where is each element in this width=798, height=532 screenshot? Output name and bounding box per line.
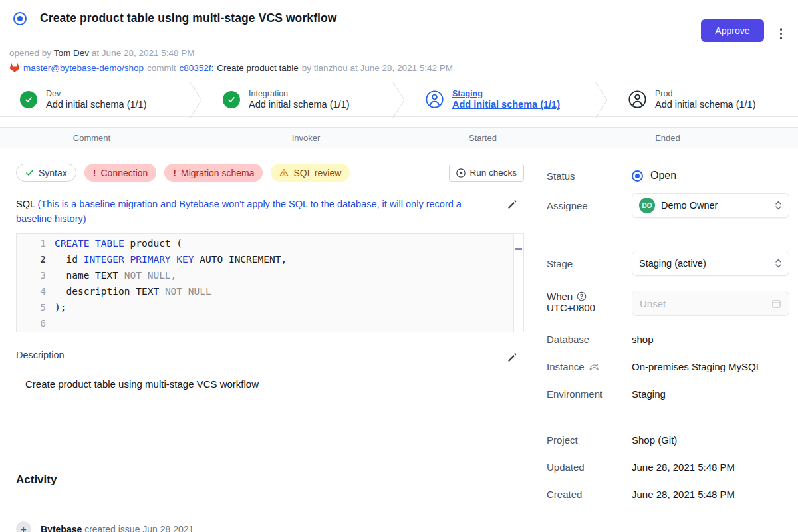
code-line: 6 bbox=[17, 315, 523, 331]
stage-name: Prod bbox=[655, 89, 756, 98]
stage-name: Integration bbox=[249, 89, 350, 98]
opened-by-line: opened by Tom Dev at June 28, 2021 5:48 … bbox=[9, 48, 787, 58]
line-number: 2 bbox=[17, 251, 46, 267]
gitlab-icon bbox=[9, 63, 20, 73]
stage-dev[interactable]: Dev Add initial schema (1/1) bbox=[0, 82, 190, 116]
created-value: June 28, 2021 5:48 PM bbox=[632, 489, 735, 500]
check-icon bbox=[25, 168, 34, 177]
database-value[interactable]: shop bbox=[632, 334, 654, 345]
task-table-header: Comment Invoker Started Ended bbox=[0, 127, 798, 148]
status-open-icon bbox=[632, 170, 643, 182]
run-checks-button[interactable]: Run checks bbox=[449, 164, 524, 182]
editor-scrollbar[interactable] bbox=[513, 234, 523, 332]
assignee-label: Assignee bbox=[547, 200, 632, 211]
stage-integration[interactable]: Integration Add initial schema (1/1) bbox=[203, 82, 392, 116]
column-comment: Comment bbox=[0, 133, 184, 143]
pencil-icon bbox=[507, 200, 517, 210]
play-circle-icon bbox=[456, 168, 466, 178]
code-line: 4 description TEXT NOT NULL bbox=[17, 283, 523, 299]
stage-prod[interactable]: Prod Add initial schema (1/1) bbox=[608, 82, 798, 116]
stage-pipeline: Dev Add initial schema (1/1) Integration… bbox=[0, 82, 798, 117]
assignee-row: Assignee DO Demo Owner bbox=[547, 193, 789, 218]
indent-guide bbox=[55, 252, 55, 299]
commit-meta: by tianzhou at June 28, 2021 5:42 PM bbox=[302, 63, 453, 73]
description-section: Description Create product table using m… bbox=[16, 350, 524, 390]
opened-timestamp: at June 28, 2021 5:48 PM bbox=[92, 48, 195, 58]
activity-heading: Activity bbox=[16, 473, 524, 487]
assignee-value: Demo Owner bbox=[661, 200, 718, 211]
run-checks-label: Run checks bbox=[469, 168, 517, 178]
pencil-icon bbox=[507, 352, 517, 363]
issue-sidebar: Status Open Assignee DO Demo Owner Stage… bbox=[535, 148, 798, 532]
edit-description-button[interactable] bbox=[505, 351, 519, 364]
line-number: 1 bbox=[17, 235, 46, 251]
edit-sql-button[interactable] bbox=[505, 198, 519, 211]
code-line: 5); bbox=[17, 299, 523, 315]
overflow-menu-icon[interactable] bbox=[777, 25, 785, 42]
check-badge-migration-schema[interactable]: ! Migration schema bbox=[164, 164, 263, 182]
stage-select[interactable]: Staging (active) bbox=[632, 251, 789, 276]
assignee-select[interactable]: DO Demo Owner bbox=[632, 193, 789, 218]
stage-staging[interactable]: Staging Add initial schema (1/1) bbox=[406, 82, 595, 116]
check-badges-row: Syntax ! Connection ! Migration schema S… bbox=[16, 164, 524, 182]
commit-word: commit bbox=[147, 63, 176, 73]
check-badge-sql-review[interactable]: SQL review bbox=[271, 164, 350, 182]
question-circle-icon[interactable] bbox=[577, 291, 587, 301]
stage-task: Add initial schema (1/1) bbox=[46, 99, 147, 110]
project-value[interactable]: Shop (Git) bbox=[632, 434, 677, 446]
when-timezone: UTC+0800 bbox=[547, 302, 595, 313]
description-label: Description bbox=[16, 350, 524, 360]
activity-actor: Bytebase bbox=[41, 524, 82, 532]
code-text: name TEXT NOT NULL, bbox=[55, 267, 176, 283]
updated-value: June 28, 2021 5:48 PM bbox=[632, 462, 735, 473]
calendar-icon bbox=[771, 299, 781, 309]
database-label: Database bbox=[547, 334, 632, 345]
page-title: Create product table using multi-stage V… bbox=[40, 11, 337, 25]
project-label: Project bbox=[547, 434, 632, 446]
warning-triangle-icon bbox=[279, 168, 289, 177]
when-row: When UTC+0800 Unset bbox=[547, 291, 789, 316]
sql-code: 1CREATE TABLE product (2 id INTEGER PRIM… bbox=[17, 235, 523, 331]
column-invoker: Invoker bbox=[184, 133, 428, 143]
environment-value[interactable]: Staging bbox=[632, 388, 666, 400]
commit-hash-link[interactable]: c80352f: bbox=[180, 63, 214, 73]
chevron-up-down-icon bbox=[775, 200, 782, 211]
approve-button[interactable]: Approve bbox=[701, 19, 763, 42]
database-row: Database shop bbox=[547, 334, 789, 345]
scrollbar-thumb[interactable] bbox=[515, 248, 522, 250]
divider bbox=[547, 418, 789, 418]
stage-task: Add initial schema (1/1) bbox=[655, 99, 756, 110]
issue-header: Create product table using multi-stage V… bbox=[0, 0, 798, 73]
code-text: CREATE TABLE product ( bbox=[55, 235, 182, 251]
stage-value: Staging (active) bbox=[639, 258, 706, 269]
updated-row: Updated June 28, 2021 5:48 PM bbox=[547, 462, 789, 473]
code-text: description TEXT NOT NULL bbox=[55, 283, 211, 299]
stage-label: Stage bbox=[547, 258, 632, 269]
avatar: DO bbox=[639, 198, 655, 213]
badge-label: SQL review bbox=[293, 168, 341, 178]
activity-detail: created issue Jun 28 2021 bbox=[84, 524, 194, 532]
description-text: Create product table using multi-stage V… bbox=[25, 378, 524, 390]
stage-separator bbox=[595, 82, 608, 118]
sql-label: SQL bbox=[16, 199, 35, 209]
activity-entry: + Bytebase created issue Jun 28 2021 bbox=[16, 521, 524, 532]
line-number: 5 bbox=[17, 299, 46, 315]
when-date-input[interactable]: Unset bbox=[632, 291, 789, 316]
stage-name: Dev bbox=[46, 89, 147, 98]
when-placeholder: Unset bbox=[640, 298, 666, 309]
status-label: Status bbox=[547, 170, 632, 182]
issue-open-icon bbox=[13, 12, 27, 25]
created-label: Created bbox=[547, 489, 632, 500]
check-badge-connection[interactable]: ! Connection bbox=[84, 164, 157, 182]
chevron-up-down-icon bbox=[775, 258, 782, 269]
sql-code-editor[interactable]: 1CREATE TABLE product (2 id INTEGER PRIM… bbox=[16, 233, 524, 332]
stage-task: Add initial schema (1/1) bbox=[452, 99, 560, 110]
check-circle-icon bbox=[223, 91, 240, 108]
instance-value[interactable]: On-premises Staging MySQL bbox=[632, 361, 761, 372]
when-label: When bbox=[547, 291, 573, 302]
branch-repo-link[interactable]: master@bytebase-demo/shop bbox=[23, 63, 144, 73]
column-ended: Ended bbox=[537, 133, 798, 143]
check-badge-syntax[interactable]: Syntax bbox=[16, 164, 76, 182]
opened-prefix: opened by bbox=[9, 48, 51, 58]
divider bbox=[16, 501, 524, 501]
